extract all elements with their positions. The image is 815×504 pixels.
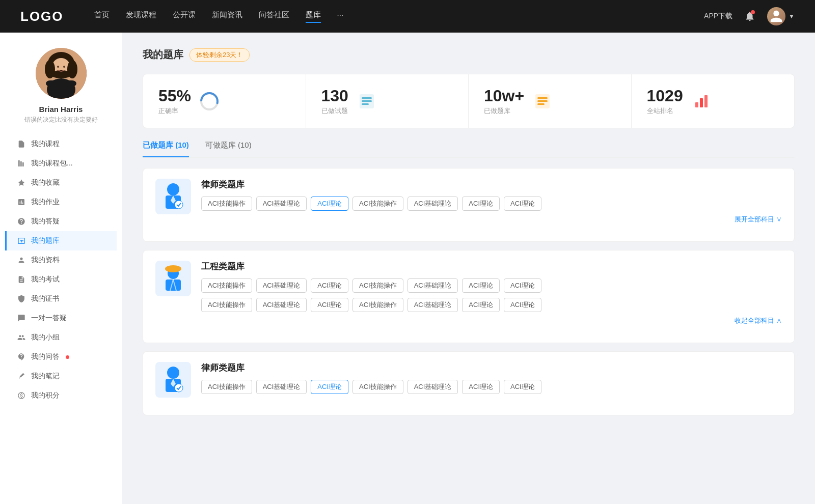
tag-item[interactable]: ACI理论 [311, 298, 348, 312]
sidebar-item-label: 我的证书 [31, 294, 60, 303]
stat-done-questions: 130 已做试题 [306, 74, 469, 128]
nav-home[interactable]: 首页 [94, 10, 110, 23]
sidebar-item-label: 一对一答疑 [31, 314, 67, 323]
avatar-image [36, 48, 87, 99]
tag-item[interactable]: ACI理论 [504, 278, 541, 293]
done-questions-icon [357, 91, 377, 111]
tag-item[interactable]: ACI基础理论 [256, 278, 307, 293]
tag-item[interactable]: ACI技能操作 [201, 197, 252, 211]
topnav-right-area: APP下载 ▼ [704, 7, 795, 25]
tab-available-banks[interactable]: 可做题库 (10) [205, 141, 252, 157]
certificate-icon [17, 294, 26, 303]
sidebar-item-label: 我的资料 [31, 256, 60, 265]
qbank-lawyer-icon [155, 179, 191, 214]
nav-opencourse[interactable]: 公开课 [173, 10, 196, 23]
sidebar-item-coursepackage[interactable]: 我的课程包... [5, 154, 117, 173]
tags-row-3: ACI技能操作 ACI基础理论 ACI理论 ACI技能操作 ACI基础理论 AC… [201, 380, 782, 394]
nav-news[interactable]: 新闻资讯 [212, 10, 242, 23]
tag-item[interactable]: ACI基础理论 [408, 380, 458, 394]
sidebar-item-label: 我的答疑 [31, 217, 60, 226]
coursepackage-icon [17, 159, 26, 168]
sidebar-motto: 错误的决定比没有决定要好 [24, 116, 98, 124]
sidebar-item-mycourse[interactable]: 我的课程 [5, 134, 117, 154]
logo[interactable]: LOGO [20, 9, 64, 24]
tag-item[interactable]: ACI技能操作 [201, 380, 252, 394]
nav-qa[interactable]: 问答社区 [259, 10, 289, 23]
nav-questionbank[interactable]: 题库 [306, 10, 321, 23]
app-download-link[interactable]: APP下载 [704, 12, 732, 21]
nav-more[interactable]: ··· [337, 10, 344, 23]
notes-icon [17, 372, 26, 381]
sidebar-item-profile[interactable]: 我的资料 [5, 250, 117, 270]
sidebar-item-exam[interactable]: 我的考试 [5, 270, 117, 289]
nav-discover[interactable]: 发现课程 [126, 10, 156, 23]
tag-item[interactable]: ACI理论 [504, 298, 541, 312]
svg-rect-7 [46, 80, 76, 87]
sidebar-item-notes[interactable]: 我的笔记 [5, 367, 117, 386]
tag-item[interactable]: ACI理论 [462, 298, 500, 312]
tag-item[interactable]: ACI技能操作 [352, 298, 403, 312]
sidebar-item-label: 我的收藏 [31, 178, 60, 187]
user-avatar-menu[interactable]: ▼ [767, 7, 795, 25]
svg-rect-22 [537, 97, 548, 99]
tag-item[interactable]: ACI理论 [504, 380, 541, 394]
sidebar-item-favorites[interactable]: 我的收藏 [5, 173, 117, 192]
notification-bell[interactable] [743, 9, 757, 23]
svg-rect-12 [20, 161, 22, 166]
pie-chart-svg [199, 91, 220, 111]
tag-item[interactable]: ACI技能操作 [201, 298, 252, 312]
lawyer-svg-icon-2 [159, 365, 187, 395]
svg-point-39 [175, 384, 183, 392]
tag-item[interactable]: ACI技能操作 [201, 278, 252, 293]
tag-item[interactable]: ACI基础理论 [256, 298, 307, 312]
user-menu-chevron: ▼ [789, 13, 795, 20]
svg-rect-19 [362, 100, 372, 102]
sidebar-item-questions[interactable]: 我的答疑 [5, 212, 117, 231]
tag-item[interactable]: ACI理论 [311, 278, 348, 293]
tag-item[interactable]: ACI理论 [462, 278, 500, 293]
sidebar-item-tutoring[interactable]: 一对一答疑 [5, 309, 117, 328]
avatar [767, 7, 785, 25]
tag-item[interactable]: ACI理论 [462, 197, 500, 211]
sidebar-item-homework[interactable]: 我的作业 [5, 192, 117, 212]
tag-item[interactable]: ACI基础理论 [408, 278, 458, 293]
tag-item[interactable]: ACI理论 [462, 380, 500, 394]
sidebar-item-label: 我的作业 [31, 198, 60, 207]
myqa-notification-dot [66, 355, 69, 359]
sidebar-item-myqa[interactable]: 我的问答 [5, 347, 117, 367]
svg-rect-27 [704, 95, 708, 107]
tag-item[interactable]: ACI基础理论 [256, 380, 307, 394]
stat-rank-text: 1029 全站排名 [647, 87, 683, 116]
tag-item[interactable]: ACI技能操作 [352, 197, 403, 211]
qbank-card-header-2: 工程类题库 ACI技能操作 ACI基础理论 ACI理论 ACI技能操作 ACI基… [155, 261, 782, 325]
stats-row: 55% 正确率 130 已做试题 [143, 74, 795, 128]
qbank-details: 律师类题库 ACI技能操作 ACI基础理论 ACI理论 ACI技能操作 ACI基… [201, 179, 782, 224]
tab-done-banks[interactable]: 已做题库 (10) [143, 141, 189, 157]
tag-item-selected[interactable]: ACI理论 [311, 380, 348, 394]
qbank-title-1: 律师类题库 [201, 179, 782, 190]
tag-item[interactable]: ACI基础理论 [408, 197, 458, 211]
stat-accuracy-label: 正确率 [158, 106, 191, 116]
svg-rect-25 [695, 102, 698, 107]
collapse-link-2[interactable]: 收起全部科目 ∧ [201, 316, 782, 325]
tag-item[interactable]: ACI技能操作 [352, 380, 403, 394]
tag-item[interactable]: ACI理论 [504, 197, 541, 211]
tag-item[interactable]: ACI基础理论 [256, 197, 307, 211]
expand-link-1[interactable]: 展开全部科目 ∨ [201, 215, 782, 224]
stat-rank: 1029 全站排名 [632, 74, 795, 128]
tag-item-selected[interactable]: ACI理论 [311, 197, 348, 211]
questionbank-icon [17, 236, 26, 245]
sidebar-item-points[interactable]: 我的积分 [5, 386, 117, 405]
qbank-title-2: 工程类题库 [201, 261, 782, 272]
svg-point-16 [204, 96, 214, 106]
tag-item[interactable]: ACI基础理论 [408, 298, 458, 312]
tabs-row: 已做题库 (10) 可做题库 (10) [143, 141, 795, 158]
sidebar-item-questionbank[interactable]: 我的题库 [5, 231, 117, 250]
tag-item[interactable]: ACI技能操作 [352, 278, 403, 293]
sidebar-item-certificate[interactable]: 我的证书 [5, 289, 117, 309]
sidebar-item-group[interactable]: 我的小组 [5, 328, 117, 347]
questions-icon [17, 217, 26, 226]
nav-links: 首页 发现课程 公开课 新闻资讯 问答社区 题库 ··· [94, 10, 684, 23]
qbank-card-lawyer-2: 律师类题库 ACI技能操作 ACI基础理论 ACI理论 ACI技能操作 ACI基… [143, 351, 795, 415]
tags-row-2b: ACI技能操作 ACI基础理论 ACI理论 ACI技能操作 ACI基础理论 AC… [201, 298, 782, 312]
